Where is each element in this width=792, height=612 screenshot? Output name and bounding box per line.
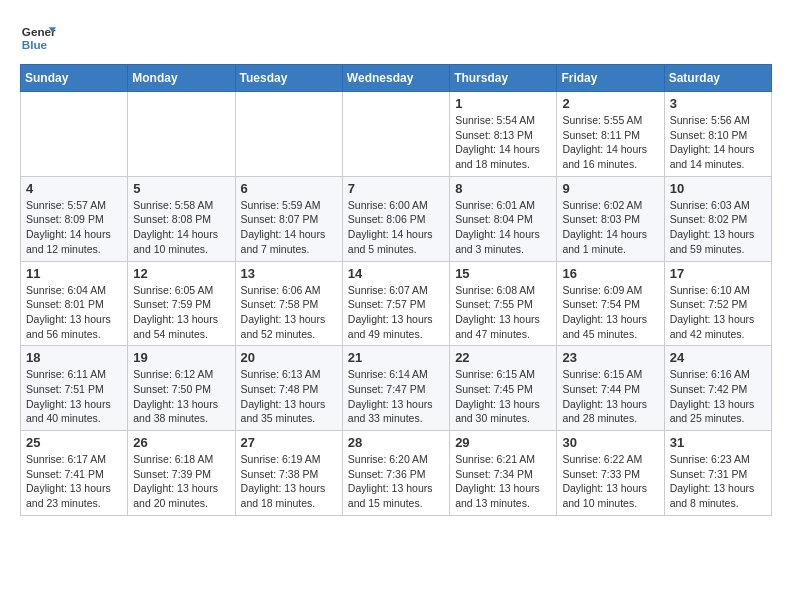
day-info: Sunrise: 6:08 AMSunset: 7:55 PMDaylight:… [455, 283, 551, 342]
day-number: 11 [26, 266, 122, 281]
calendar-cell: 23Sunrise: 6:15 AMSunset: 7:44 PMDayligh… [557, 346, 664, 431]
day-number: 22 [455, 350, 551, 365]
day-number: 15 [455, 266, 551, 281]
day-info: Sunrise: 6:20 AMSunset: 7:36 PMDaylight:… [348, 452, 444, 511]
day-number: 21 [348, 350, 444, 365]
calendar-cell: 1Sunrise: 5:54 AMSunset: 8:13 PMDaylight… [450, 92, 557, 177]
calendar-cell: 6Sunrise: 5:59 AMSunset: 8:07 PMDaylight… [235, 176, 342, 261]
calendar-cell: 12Sunrise: 6:05 AMSunset: 7:59 PMDayligh… [128, 261, 235, 346]
day-number: 3 [670, 96, 766, 111]
day-number: 30 [562, 435, 658, 450]
calendar-cell: 22Sunrise: 6:15 AMSunset: 7:45 PMDayligh… [450, 346, 557, 431]
calendar-cell: 17Sunrise: 6:10 AMSunset: 7:52 PMDayligh… [664, 261, 771, 346]
day-number: 18 [26, 350, 122, 365]
calendar-cell: 24Sunrise: 6:16 AMSunset: 7:42 PMDayligh… [664, 346, 771, 431]
calendar-cell: 11Sunrise: 6:04 AMSunset: 8:01 PMDayligh… [21, 261, 128, 346]
logo: General Blue [20, 20, 56, 56]
day-number: 24 [670, 350, 766, 365]
header: General Blue [20, 20, 772, 56]
day-info: Sunrise: 6:19 AMSunset: 7:38 PMDaylight:… [241, 452, 337, 511]
day-info: Sunrise: 6:21 AMSunset: 7:34 PMDaylight:… [455, 452, 551, 511]
svg-text:Blue: Blue [22, 38, 48, 51]
day-info: Sunrise: 6:05 AMSunset: 7:59 PMDaylight:… [133, 283, 229, 342]
calendar-cell: 30Sunrise: 6:22 AMSunset: 7:33 PMDayligh… [557, 431, 664, 516]
day-info: Sunrise: 6:02 AMSunset: 8:03 PMDaylight:… [562, 198, 658, 257]
calendar-cell: 16Sunrise: 6:09 AMSunset: 7:54 PMDayligh… [557, 261, 664, 346]
day-info: Sunrise: 6:10 AMSunset: 7:52 PMDaylight:… [670, 283, 766, 342]
calendar-cell: 14Sunrise: 6:07 AMSunset: 7:57 PMDayligh… [342, 261, 449, 346]
day-number: 10 [670, 181, 766, 196]
day-info: Sunrise: 5:56 AMSunset: 8:10 PMDaylight:… [670, 113, 766, 172]
day-info: Sunrise: 6:23 AMSunset: 7:31 PMDaylight:… [670, 452, 766, 511]
day-number: 8 [455, 181, 551, 196]
day-info: Sunrise: 5:54 AMSunset: 8:13 PMDaylight:… [455, 113, 551, 172]
weekday-header-monday: Monday [128, 65, 235, 92]
day-info: Sunrise: 6:11 AMSunset: 7:51 PMDaylight:… [26, 367, 122, 426]
day-number: 19 [133, 350, 229, 365]
calendar-cell: 29Sunrise: 6:21 AMSunset: 7:34 PMDayligh… [450, 431, 557, 516]
day-info: Sunrise: 5:57 AMSunset: 8:09 PMDaylight:… [26, 198, 122, 257]
calendar-cell: 21Sunrise: 6:14 AMSunset: 7:47 PMDayligh… [342, 346, 449, 431]
calendar-cell: 27Sunrise: 6:19 AMSunset: 7:38 PMDayligh… [235, 431, 342, 516]
day-number: 12 [133, 266, 229, 281]
day-number: 29 [455, 435, 551, 450]
day-number: 1 [455, 96, 551, 111]
calendar-cell: 4Sunrise: 5:57 AMSunset: 8:09 PMDaylight… [21, 176, 128, 261]
calendar-cell: 18Sunrise: 6:11 AMSunset: 7:51 PMDayligh… [21, 346, 128, 431]
weekday-header-tuesday: Tuesday [235, 65, 342, 92]
weekday-header-sunday: Sunday [21, 65, 128, 92]
calendar-cell: 5Sunrise: 5:58 AMSunset: 8:08 PMDaylight… [128, 176, 235, 261]
day-info: Sunrise: 6:15 AMSunset: 7:44 PMDaylight:… [562, 367, 658, 426]
day-info: Sunrise: 5:58 AMSunset: 8:08 PMDaylight:… [133, 198, 229, 257]
day-info: Sunrise: 6:12 AMSunset: 7:50 PMDaylight:… [133, 367, 229, 426]
calendar-cell: 9Sunrise: 6:02 AMSunset: 8:03 PMDaylight… [557, 176, 664, 261]
calendar-cell: 26Sunrise: 6:18 AMSunset: 7:39 PMDayligh… [128, 431, 235, 516]
day-info: Sunrise: 6:04 AMSunset: 8:01 PMDaylight:… [26, 283, 122, 342]
week-row-2: 4Sunrise: 5:57 AMSunset: 8:09 PMDaylight… [21, 176, 772, 261]
day-number: 9 [562, 181, 658, 196]
day-info: Sunrise: 5:55 AMSunset: 8:11 PMDaylight:… [562, 113, 658, 172]
calendar-cell [21, 92, 128, 177]
day-number: 27 [241, 435, 337, 450]
day-info: Sunrise: 6:22 AMSunset: 7:33 PMDaylight:… [562, 452, 658, 511]
calendar-cell: 20Sunrise: 6:13 AMSunset: 7:48 PMDayligh… [235, 346, 342, 431]
calendar-cell: 7Sunrise: 6:00 AMSunset: 8:06 PMDaylight… [342, 176, 449, 261]
weekday-header-thursday: Thursday [450, 65, 557, 92]
weekday-header-saturday: Saturday [664, 65, 771, 92]
day-number: 5 [133, 181, 229, 196]
logo-icon: General Blue [20, 20, 56, 56]
calendar-cell: 13Sunrise: 6:06 AMSunset: 7:58 PMDayligh… [235, 261, 342, 346]
calendar-cell [235, 92, 342, 177]
day-number: 26 [133, 435, 229, 450]
calendar-cell: 15Sunrise: 6:08 AMSunset: 7:55 PMDayligh… [450, 261, 557, 346]
calendar-cell: 10Sunrise: 6:03 AMSunset: 8:02 PMDayligh… [664, 176, 771, 261]
calendar-cell: 19Sunrise: 6:12 AMSunset: 7:50 PMDayligh… [128, 346, 235, 431]
day-info: Sunrise: 5:59 AMSunset: 8:07 PMDaylight:… [241, 198, 337, 257]
calendar-cell [128, 92, 235, 177]
day-info: Sunrise: 6:13 AMSunset: 7:48 PMDaylight:… [241, 367, 337, 426]
calendar: SundayMondayTuesdayWednesdayThursdayFrid… [20, 64, 772, 516]
day-number: 7 [348, 181, 444, 196]
day-info: Sunrise: 6:03 AMSunset: 8:02 PMDaylight:… [670, 198, 766, 257]
calendar-cell: 2Sunrise: 5:55 AMSunset: 8:11 PMDaylight… [557, 92, 664, 177]
calendar-cell: 8Sunrise: 6:01 AMSunset: 8:04 PMDaylight… [450, 176, 557, 261]
day-number: 6 [241, 181, 337, 196]
calendar-cell: 3Sunrise: 5:56 AMSunset: 8:10 PMDaylight… [664, 92, 771, 177]
day-number: 25 [26, 435, 122, 450]
weekday-header-row: SundayMondayTuesdayWednesdayThursdayFrid… [21, 65, 772, 92]
day-info: Sunrise: 6:14 AMSunset: 7:47 PMDaylight:… [348, 367, 444, 426]
day-number: 23 [562, 350, 658, 365]
day-number: 28 [348, 435, 444, 450]
calendar-cell: 31Sunrise: 6:23 AMSunset: 7:31 PMDayligh… [664, 431, 771, 516]
calendar-cell: 25Sunrise: 6:17 AMSunset: 7:41 PMDayligh… [21, 431, 128, 516]
day-number: 4 [26, 181, 122, 196]
svg-text:General: General [22, 25, 56, 38]
day-info: Sunrise: 6:06 AMSunset: 7:58 PMDaylight:… [241, 283, 337, 342]
calendar-cell [342, 92, 449, 177]
day-number: 20 [241, 350, 337, 365]
day-info: Sunrise: 6:15 AMSunset: 7:45 PMDaylight:… [455, 367, 551, 426]
week-row-3: 11Sunrise: 6:04 AMSunset: 8:01 PMDayligh… [21, 261, 772, 346]
week-row-4: 18Sunrise: 6:11 AMSunset: 7:51 PMDayligh… [21, 346, 772, 431]
day-number: 16 [562, 266, 658, 281]
day-number: 14 [348, 266, 444, 281]
